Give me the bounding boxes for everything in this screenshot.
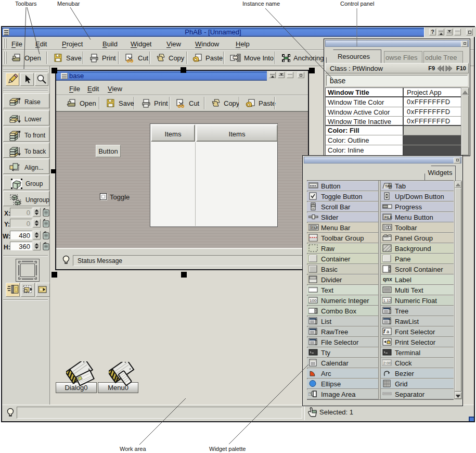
svg-text:FILE: FILE xyxy=(312,226,318,229)
svg-text:2:00: 2:00 xyxy=(383,361,392,366)
svg-text:100: 100 xyxy=(310,298,317,303)
svg-text:TAB: TAB xyxy=(385,184,392,188)
svg-text:FILE: FILE xyxy=(384,216,392,219)
svg-text:1.12: 1.12 xyxy=(383,298,392,303)
svg-text:a: a xyxy=(387,329,389,334)
svg-text:qnx: qnx xyxy=(383,277,392,283)
